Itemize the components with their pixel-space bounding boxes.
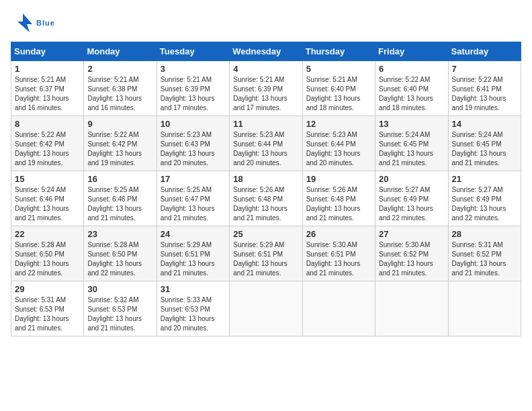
day-number: 14: [452, 119, 517, 129]
calendar-cell: 11Sunrise: 5:23 AMSunset: 6:44 PMDayligh…: [230, 116, 302, 171]
day-number: 6: [379, 64, 444, 74]
day-number: 2: [87, 64, 152, 74]
calendar-cell: 21Sunrise: 5:27 AMSunset: 6:49 PMDayligh…: [448, 171, 521, 226]
calendar-cell: 7Sunrise: 5:22 AMSunset: 6:41 PMDaylight…: [448, 61, 521, 116]
calendar-week-5: 29Sunrise: 5:31 AMSunset: 6:53 PMDayligh…: [11, 281, 521, 336]
column-header-sunday: Sunday: [11, 42, 84, 61]
day-number: 24: [161, 229, 226, 239]
day-info: Sunrise: 5:23 AMSunset: 6:44 PMDaylight:…: [306, 130, 371, 168]
day-number: 10: [161, 119, 226, 129]
day-info: Sunrise: 5:26 AMSunset: 6:48 PMDaylight:…: [233, 185, 298, 223]
day-number: 12: [306, 119, 371, 129]
day-number: 22: [15, 229, 80, 239]
day-number: 30: [87, 284, 152, 294]
day-info: Sunrise: 5:21 AMSunset: 6:37 PMDaylight:…: [15, 75, 80, 113]
calendar-cell: 12Sunrise: 5:23 AMSunset: 6:44 PMDayligh…: [302, 116, 375, 171]
calendar-cell: 10Sunrise: 5:23 AMSunset: 6:43 PMDayligh…: [157, 116, 229, 171]
day-number: 17: [161, 174, 226, 184]
day-info: Sunrise: 5:25 AMSunset: 6:46 PMDaylight:…: [87, 185, 152, 223]
calendar-cell: 20Sunrise: 5:27 AMSunset: 6:49 PMDayligh…: [375, 171, 448, 226]
calendar-cell: 25Sunrise: 5:29 AMSunset: 6:51 PMDayligh…: [230, 226, 302, 281]
day-info: Sunrise: 5:29 AMSunset: 6:51 PMDaylight:…: [233, 240, 298, 278]
day-info: Sunrise: 5:24 AMSunset: 6:45 PMDaylight:…: [379, 130, 444, 168]
day-number: 9: [87, 119, 152, 129]
calendar-cell: 19Sunrise: 5:26 AMSunset: 6:48 PMDayligh…: [302, 171, 375, 226]
calendar-cell: 22Sunrise: 5:28 AMSunset: 6:50 PMDayligh…: [11, 226, 84, 281]
column-header-friday: Friday: [375, 42, 448, 61]
calendar-week-1: 1Sunrise: 5:21 AMSunset: 6:37 PMDaylight…: [11, 61, 521, 116]
day-number: 3: [161, 64, 226, 74]
day-info: Sunrise: 5:26 AMSunset: 6:48 PMDaylight:…: [306, 185, 371, 223]
day-info: Sunrise: 5:21 AMSunset: 6:40 PMDaylight:…: [306, 75, 371, 113]
page-header: Blue: [11, 11, 521, 35]
calendar-header-row: SundayMondayTuesdayWednesdayThursdayFrid…: [11, 42, 521, 61]
calendar-cell: 15Sunrise: 5:24 AMSunset: 6:46 PMDayligh…: [11, 171, 84, 226]
day-number: 13: [379, 119, 444, 129]
day-info: Sunrise: 5:22 AMSunset: 6:41 PMDaylight:…: [452, 75, 517, 113]
day-number: 29: [15, 284, 80, 294]
day-number: 20: [379, 174, 444, 184]
calendar-cell: 30Sunrise: 5:32 AMSunset: 6:53 PMDayligh…: [84, 281, 157, 336]
calendar-week-2: 8Sunrise: 5:22 AMSunset: 6:42 PMDaylight…: [11, 116, 521, 171]
calendar-cell: [448, 281, 521, 336]
logo-icon: [11, 11, 35, 35]
calendar-cell: 8Sunrise: 5:22 AMSunset: 6:42 PMDaylight…: [11, 116, 84, 171]
day-info: Sunrise: 5:31 AMSunset: 6:53 PMDaylight:…: [15, 295, 80, 333]
day-info: Sunrise: 5:21 AMSunset: 6:38 PMDaylight:…: [87, 75, 152, 113]
svg-marker-0: [17, 13, 32, 32]
day-number: 31: [161, 284, 226, 294]
day-number: 8: [15, 119, 80, 129]
calendar-cell: 14Sunrise: 5:24 AMSunset: 6:45 PMDayligh…: [448, 116, 521, 171]
day-number: 1: [15, 64, 80, 74]
day-number: 5: [306, 64, 371, 74]
day-info: Sunrise: 5:24 AMSunset: 6:46 PMDaylight:…: [15, 185, 80, 223]
day-number: 15: [15, 174, 80, 184]
day-number: 16: [87, 174, 152, 184]
day-number: 18: [233, 174, 298, 184]
calendar-cell: 31Sunrise: 5:33 AMSunset: 6:53 PMDayligh…: [157, 281, 229, 336]
day-info: Sunrise: 5:21 AMSunset: 6:39 PMDaylight:…: [233, 75, 298, 113]
calendar-cell: 24Sunrise: 5:29 AMSunset: 6:51 PMDayligh…: [157, 226, 229, 281]
column-header-tuesday: Tuesday: [157, 42, 229, 61]
column-header-wednesday: Wednesday: [230, 42, 302, 61]
day-number: 23: [87, 229, 152, 239]
day-number: 27: [379, 229, 444, 239]
calendar-cell: 3Sunrise: 5:21 AMSunset: 6:39 PMDaylight…: [157, 61, 229, 116]
day-number: 7: [452, 64, 517, 74]
calendar-cell: 29Sunrise: 5:31 AMSunset: 6:53 PMDayligh…: [11, 281, 84, 336]
calendar-cell: [230, 281, 302, 336]
day-number: 19: [306, 174, 371, 184]
day-info: Sunrise: 5:22 AMSunset: 6:42 PMDaylight:…: [87, 130, 152, 168]
day-info: Sunrise: 5:32 AMSunset: 6:53 PMDaylight:…: [87, 295, 152, 333]
calendar-cell: 28Sunrise: 5:31 AMSunset: 6:52 PMDayligh…: [448, 226, 521, 281]
calendar-cell: 18Sunrise: 5:26 AMSunset: 6:48 PMDayligh…: [230, 171, 302, 226]
calendar-cell: 16Sunrise: 5:25 AMSunset: 6:46 PMDayligh…: [84, 171, 157, 226]
day-number: 21: [452, 174, 517, 184]
day-info: Sunrise: 5:29 AMSunset: 6:51 PMDaylight:…: [161, 240, 226, 278]
day-info: Sunrise: 5:21 AMSunset: 6:39 PMDaylight:…: [161, 75, 226, 113]
day-info: Sunrise: 5:30 AMSunset: 6:51 PMDaylight:…: [306, 240, 371, 278]
logo: Blue: [11, 11, 55, 35]
calendar-cell: 17Sunrise: 5:25 AMSunset: 6:47 PMDayligh…: [157, 171, 229, 226]
calendar-cell: 13Sunrise: 5:24 AMSunset: 6:45 PMDayligh…: [375, 116, 448, 171]
day-info: Sunrise: 5:23 AMSunset: 6:43 PMDaylight:…: [161, 130, 226, 168]
calendar-cell: 4Sunrise: 5:21 AMSunset: 6:39 PMDaylight…: [230, 61, 302, 116]
column-header-saturday: Saturday: [448, 42, 521, 61]
day-info: Sunrise: 5:25 AMSunset: 6:47 PMDaylight:…: [161, 185, 226, 223]
calendar-cell: 26Sunrise: 5:30 AMSunset: 6:51 PMDayligh…: [302, 226, 375, 281]
day-number: 4: [233, 64, 298, 74]
day-info: Sunrise: 5:30 AMSunset: 6:52 PMDaylight:…: [379, 240, 444, 278]
day-info: Sunrise: 5:31 AMSunset: 6:52 PMDaylight:…: [452, 240, 517, 278]
day-info: Sunrise: 5:28 AMSunset: 6:50 PMDaylight:…: [15, 240, 80, 278]
day-info: Sunrise: 5:27 AMSunset: 6:49 PMDaylight:…: [452, 185, 517, 223]
day-info: Sunrise: 5:23 AMSunset: 6:44 PMDaylight:…: [233, 130, 298, 168]
calendar-cell: 1Sunrise: 5:21 AMSunset: 6:37 PMDaylight…: [11, 61, 84, 116]
day-number: 25: [233, 229, 298, 239]
calendar-week-4: 22Sunrise: 5:28 AMSunset: 6:50 PMDayligh…: [11, 226, 521, 281]
column-header-monday: Monday: [84, 42, 157, 61]
day-info: Sunrise: 5:28 AMSunset: 6:50 PMDaylight:…: [87, 240, 152, 278]
logo-tagline: Blue: [36, 19, 55, 27]
column-header-thursday: Thursday: [302, 42, 375, 61]
calendar-cell: 27Sunrise: 5:30 AMSunset: 6:52 PMDayligh…: [375, 226, 448, 281]
calendar-cell: 9Sunrise: 5:22 AMSunset: 6:42 PMDaylight…: [84, 116, 157, 171]
